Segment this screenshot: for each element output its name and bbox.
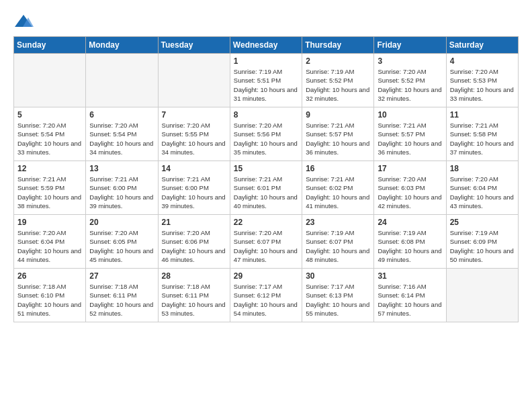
day-info: Sunrise: 7:20 AMSunset: 5:54 PMDaylight:…	[17, 121, 82, 156]
calendar-cell	[446, 269, 518, 322]
calendar-cell: 4Sunrise: 7:20 AMSunset: 5:53 PMDaylight…	[446, 54, 518, 107]
calendar-cell: 29Sunrise: 7:17 AMSunset: 6:12 PMDayligh…	[230, 269, 302, 322]
calendar-cell: 20Sunrise: 7:20 AMSunset: 6:05 PMDayligh…	[86, 215, 158, 269]
day-number: 26	[17, 271, 82, 281]
weekday-header-row: SundayMondayTuesdayWednesdayThursdayFrid…	[14, 37, 519, 54]
calendar-cell: 5Sunrise: 7:20 AMSunset: 5:54 PMDaylight…	[14, 107, 86, 161]
calendar-cell: 13Sunrise: 7:21 AMSunset: 6:00 PMDayligh…	[86, 161, 158, 215]
weekday-header-friday: Friday	[374, 37, 446, 54]
calendar-cell: 2Sunrise: 7:19 AMSunset: 5:52 PMDaylight…	[302, 54, 374, 107]
calendar-cell: 14Sunrise: 7:21 AMSunset: 6:00 PMDayligh…	[158, 161, 230, 215]
calendar-cell: 21Sunrise: 7:20 AMSunset: 6:06 PMDayligh…	[158, 215, 230, 269]
week-row-3: 12Sunrise: 7:21 AMSunset: 5:59 PMDayligh…	[14, 161, 519, 215]
day-info: Sunrise: 7:20 AMSunset: 6:05 PMDaylight:…	[89, 228, 154, 264]
calendar-cell	[86, 54, 158, 107]
calendar-cell: 7Sunrise: 7:20 AMSunset: 5:55 PMDaylight…	[158, 107, 230, 161]
day-info: Sunrise: 7:21 AMSunset: 5:58 PMDaylight:…	[450, 121, 515, 156]
day-info: Sunrise: 7:18 AMSunset: 6:11 PMDaylight:…	[162, 282, 226, 318]
calendar-cell: 25Sunrise: 7:19 AMSunset: 6:09 PMDayligh…	[446, 215, 518, 269]
day-number: 6	[89, 110, 154, 120]
calendar-cell: 11Sunrise: 7:21 AMSunset: 5:58 PMDayligh…	[446, 107, 518, 161]
week-row-2: 5Sunrise: 7:20 AMSunset: 5:54 PMDaylight…	[14, 107, 519, 161]
calendar-cell: 31Sunrise: 7:16 AMSunset: 6:14 PMDayligh…	[374, 269, 446, 322]
day-number: 12	[17, 164, 82, 173]
weekday-header-sunday: Sunday	[14, 37, 86, 54]
day-number: 2	[306, 56, 370, 66]
day-info: Sunrise: 7:19 AMSunset: 5:52 PMDaylight:…	[306, 67, 370, 103]
day-number: 25	[450, 218, 515, 227]
calendar-cell: 26Sunrise: 7:18 AMSunset: 6:10 PMDayligh…	[14, 269, 86, 322]
logo-icon	[13, 13, 34, 30]
calendar-cell: 3Sunrise: 7:20 AMSunset: 5:52 PMDaylight…	[374, 54, 446, 107]
calendar-cell: 30Sunrise: 7:17 AMSunset: 6:13 PMDayligh…	[302, 269, 374, 322]
calendar-cell: 27Sunrise: 7:18 AMSunset: 6:11 PMDayligh…	[86, 269, 158, 322]
weekday-header-thursday: Thursday	[302, 37, 374, 54]
day-info: Sunrise: 7:18 AMSunset: 6:10 PMDaylight:…	[17, 282, 82, 318]
calendar-cell	[158, 54, 230, 107]
day-number: 3	[378, 56, 442, 66]
day-info: Sunrise: 7:20 AMSunset: 6:06 PMDaylight:…	[162, 228, 226, 264]
day-number: 21	[162, 218, 226, 227]
day-number: 29	[234, 271, 298, 281]
day-info: Sunrise: 7:20 AMSunset: 5:56 PMDaylight:…	[234, 121, 298, 156]
calendar-cell: 9Sunrise: 7:21 AMSunset: 5:57 PMDaylight…	[302, 107, 374, 161]
page-header	[13, 13, 519, 30]
day-info: Sunrise: 7:18 AMSunset: 6:11 PMDaylight:…	[89, 282, 154, 318]
day-number: 7	[162, 110, 226, 120]
day-number: 1	[234, 56, 298, 66]
weekday-header-tuesday: Tuesday	[158, 37, 230, 54]
day-number: 30	[306, 271, 370, 281]
day-number: 31	[378, 271, 442, 281]
day-info: Sunrise: 7:17 AMSunset: 6:12 PMDaylight:…	[234, 282, 298, 318]
calendar-cell: 23Sunrise: 7:19 AMSunset: 6:07 PMDayligh…	[302, 215, 374, 269]
day-number: 17	[378, 164, 442, 173]
weekday-header-monday: Monday	[86, 37, 158, 54]
calendar-cell: 22Sunrise: 7:20 AMSunset: 6:07 PMDayligh…	[230, 215, 302, 269]
weekday-header-saturday: Saturday	[446, 37, 518, 54]
day-number: 19	[17, 218, 82, 227]
day-info: Sunrise: 7:21 AMSunset: 5:57 PMDaylight:…	[378, 121, 442, 156]
day-info: Sunrise: 7:20 AMSunset: 5:52 PMDaylight:…	[378, 67, 442, 103]
day-info: Sunrise: 7:20 AMSunset: 5:55 PMDaylight:…	[162, 121, 226, 156]
week-row-4: 19Sunrise: 7:20 AMSunset: 6:04 PMDayligh…	[14, 215, 519, 269]
day-number: 9	[306, 110, 370, 120]
weekday-header-wednesday: Wednesday	[230, 37, 302, 54]
calendar-cell: 19Sunrise: 7:20 AMSunset: 6:04 PMDayligh…	[14, 215, 86, 269]
day-number: 16	[306, 164, 370, 173]
day-number: 27	[89, 271, 154, 281]
day-info: Sunrise: 7:19 AMSunset: 5:51 PMDaylight:…	[234, 67, 298, 103]
day-number: 10	[378, 110, 442, 120]
day-info: Sunrise: 7:20 AMSunset: 6:04 PMDaylight:…	[17, 228, 82, 264]
day-info: Sunrise: 7:21 AMSunset: 5:59 PMDaylight:…	[17, 175, 82, 210]
calendar-cell: 16Sunrise: 7:21 AMSunset: 6:02 PMDayligh…	[302, 161, 374, 215]
day-number: 20	[89, 218, 154, 227]
day-info: Sunrise: 7:21 AMSunset: 6:02 PMDaylight:…	[306, 175, 370, 210]
day-number: 4	[450, 56, 515, 66]
day-info: Sunrise: 7:20 AMSunset: 5:54 PMDaylight:…	[89, 121, 154, 156]
calendar-cell: 17Sunrise: 7:20 AMSunset: 6:03 PMDayligh…	[374, 161, 446, 215]
day-number: 14	[162, 164, 226, 173]
calendar-cell	[14, 54, 86, 107]
day-info: Sunrise: 7:20 AMSunset: 6:03 PMDaylight:…	[378, 175, 442, 210]
day-info: Sunrise: 7:21 AMSunset: 6:01 PMDaylight:…	[234, 175, 298, 210]
day-info: Sunrise: 7:16 AMSunset: 6:14 PMDaylight:…	[378, 282, 442, 318]
day-info: Sunrise: 7:20 AMSunset: 5:53 PMDaylight:…	[450, 67, 515, 103]
day-number: 23	[306, 218, 370, 227]
calendar-cell: 8Sunrise: 7:20 AMSunset: 5:56 PMDaylight…	[230, 107, 302, 161]
day-number: 11	[450, 110, 515, 120]
calendar-cell: 10Sunrise: 7:21 AMSunset: 5:57 PMDayligh…	[374, 107, 446, 161]
week-row-5: 26Sunrise: 7:18 AMSunset: 6:10 PMDayligh…	[14, 269, 519, 322]
day-number: 13	[89, 164, 154, 173]
day-info: Sunrise: 7:17 AMSunset: 6:13 PMDaylight:…	[306, 282, 370, 318]
day-info: Sunrise: 7:21 AMSunset: 6:00 PMDaylight:…	[89, 175, 154, 210]
day-number: 22	[234, 218, 298, 227]
day-info: Sunrise: 7:21 AMSunset: 6:00 PMDaylight:…	[162, 175, 226, 210]
day-number: 15	[234, 164, 298, 173]
day-number: 18	[450, 164, 515, 173]
day-info: Sunrise: 7:19 AMSunset: 6:07 PMDaylight:…	[306, 228, 370, 264]
calendar-cell: 28Sunrise: 7:18 AMSunset: 6:11 PMDayligh…	[158, 269, 230, 322]
calendar-cell: 18Sunrise: 7:20 AMSunset: 6:04 PMDayligh…	[446, 161, 518, 215]
calendar-cell: 24Sunrise: 7:19 AMSunset: 6:08 PMDayligh…	[374, 215, 446, 269]
day-number: 8	[234, 110, 298, 120]
logo	[13, 13, 36, 30]
